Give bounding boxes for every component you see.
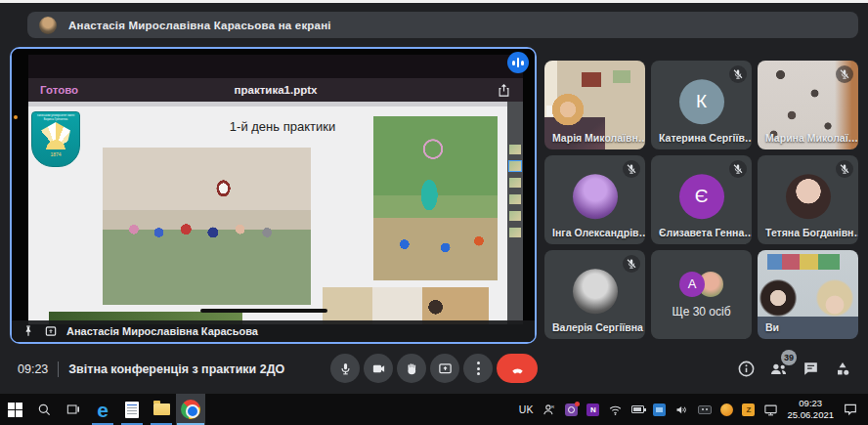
call-controls <box>330 354 538 383</box>
viber-tray-icon[interactable] <box>565 404 578 416</box>
participant-name: Тетяна Богданівн… <box>765 227 858 238</box>
orange-app-tray-icon[interactable] <box>720 404 733 416</box>
meeting-name: Звітна конференція з практики 2ДО <box>68 362 284 376</box>
participant-name: Єлизавета Генна… <box>659 227 752 238</box>
mic-off-icon <box>729 65 747 83</box>
windows-taskbar: e UK N Z 09:23 25.06.2021 <box>0 394 868 425</box>
slide-thumbnail[interactable] <box>509 145 521 154</box>
pptx-filename: практика1.pptx <box>28 84 523 96</box>
clock-time: 09:23 <box>787 398 834 409</box>
taskbar-search-button[interactable] <box>29 394 59 425</box>
presenter-avatar <box>39 17 57 34</box>
windows-logo-icon <box>8 403 22 417</box>
slide-thumbnail[interactable] <box>509 211 521 221</box>
avatar: К <box>679 79 724 124</box>
touchpad-tray-icon[interactable] <box>698 405 712 414</box>
raise-hand-button[interactable] <box>397 354 426 383</box>
slide-thumbnail[interactable] <box>509 228 521 237</box>
mic-off-icon <box>623 255 640 273</box>
stacked-avatars: А <box>679 272 723 297</box>
slide-title: 1-й день практики <box>195 119 370 134</box>
activities-button[interactable] <box>833 360 852 379</box>
avatar <box>573 174 618 219</box>
participant-grid: Марія Миколаївн… К Катерина Сергіїв… Мар… <box>544 61 858 339</box>
browser-top-edge <box>0 0 868 3</box>
document-app-taskbar-icon[interactable] <box>117 394 147 425</box>
meet-bottom-bar: 09:23 Звітна конференція з практики 2ДО … <box>0 344 868 394</box>
share-icon[interactable] <box>497 83 511 98</box>
participant-tile[interactable]: Є Єлизавета Генна… <box>651 155 752 244</box>
slide-thumbnail[interactable] <box>509 178 521 188</box>
slide-thumbnail[interactable] <box>509 194 521 204</box>
onenote-tray-icon[interactable]: N <box>586 404 599 416</box>
participant-name: Марія Миколаївн… <box>552 132 645 144</box>
start-button[interactable] <box>0 394 29 425</box>
orange-marker-dot <box>14 115 18 119</box>
expand-tile-icon[interactable] <box>44 324 58 338</box>
mic-off-icon <box>836 65 853 83</box>
self-view-label: Ви <box>765 321 779 333</box>
self-view-tile[interactable]: Ви <box>758 250 858 339</box>
shared-screen-tile[interactable]: Готово практика1.pptx Київський універси… <box>10 47 537 344</box>
meeting-side-actions: 39 <box>737 344 852 394</box>
battery-tray-icon[interactable] <box>631 405 644 413</box>
camera-button[interactable] <box>364 354 393 383</box>
present-button[interactable] <box>430 354 459 383</box>
participant-tile[interactable]: К Катерина Сергіїв… <box>651 61 752 149</box>
mic-off-icon <box>836 160 853 178</box>
mic-button[interactable] <box>330 354 360 383</box>
participant-tile[interactable]: Марія Миколаївн… <box>544 61 645 149</box>
meeting-info: 09:23 Звітна конференція з практики 2ДО <box>18 344 284 394</box>
more-options-icon <box>477 361 480 375</box>
avatar: Є <box>679 174 724 219</box>
display-tray-icon[interactable] <box>763 403 778 417</box>
participant-count-badge: 39 <box>781 350 797 365</box>
indoor-group-photo <box>103 148 311 305</box>
slide-top-strip <box>28 102 507 106</box>
z-app-tray-icon[interactable]: Z <box>742 404 755 416</box>
audio-indicator-icon <box>507 52 529 73</box>
meeting-details-button[interactable] <box>737 360 756 378</box>
language-indicator[interactable]: UK <box>519 404 534 415</box>
leave-call-button[interactable] <box>497 354 538 383</box>
taskbar-clock[interactable]: 09:23 25.06.2021 <box>787 398 834 421</box>
volume-tray-icon[interactable] <box>674 403 689 417</box>
participant-tile[interactable]: Інга Олександрів… <box>544 155 645 244</box>
folder-icon <box>153 404 170 415</box>
task-view-button[interactable] <box>59 394 88 425</box>
pin-icon[interactable] <box>22 324 35 338</box>
participants-button[interactable]: 39 <box>768 359 789 379</box>
divider <box>58 361 59 377</box>
avatar: А <box>679 272 705 297</box>
more-options-button[interactable] <box>463 354 493 383</box>
shared-tile-footer: Анастасія Мирославівна Карасьова <box>12 320 535 342</box>
desk-activity-photo <box>323 287 489 324</box>
university-logo-caption: Київський університет імені Бориса Грінч… <box>34 114 76 122</box>
clock-date: 25.06.2021 <box>787 409 834 421</box>
more-participants-tile[interactable]: А Ще 30 осіб <box>651 250 752 339</box>
file-explorer-taskbar-icon[interactable] <box>147 394 176 425</box>
participant-name: Катерина Сергіїв… <box>659 132 752 144</box>
chrome-meet-taskbar-icon[interactable] <box>176 394 205 425</box>
participant-tile[interactable]: Валерія Сергіївна … <box>544 250 645 339</box>
document-icon <box>125 402 139 418</box>
outdoor-bubbles-photo <box>373 116 498 280</box>
chrome-icon <box>181 400 200 419</box>
action-center-icon[interactable] <box>843 402 858 417</box>
participant-tile[interactable]: Марина Миколаї… <box>758 61 858 149</box>
people-tray-icon[interactable] <box>542 403 556 417</box>
edge-logo: e <box>97 400 108 420</box>
mic-off-icon <box>729 160 747 178</box>
wifi-tray-icon[interactable] <box>608 403 623 417</box>
university-logo: Київський університет імені Бориса Грінч… <box>31 111 80 167</box>
participant-name: Валерія Сергіївна … <box>552 321 645 333</box>
chat-button[interactable] <box>802 360 820 378</box>
network-computer-tray-icon[interactable] <box>653 404 666 416</box>
avatar <box>786 174 831 219</box>
slide-thumbnail-selected[interactable] <box>509 161 521 171</box>
participant-tile[interactable]: Тетяна Богданівн… <box>758 155 858 244</box>
edge-taskbar-icon[interactable]: e <box>88 394 117 425</box>
ipad-home-indicator <box>200 309 327 313</box>
presentation-slide: Київський університет імені Бориса Грінч… <box>28 102 507 324</box>
slide-thumbnail-strip[interactable] <box>507 102 523 324</box>
